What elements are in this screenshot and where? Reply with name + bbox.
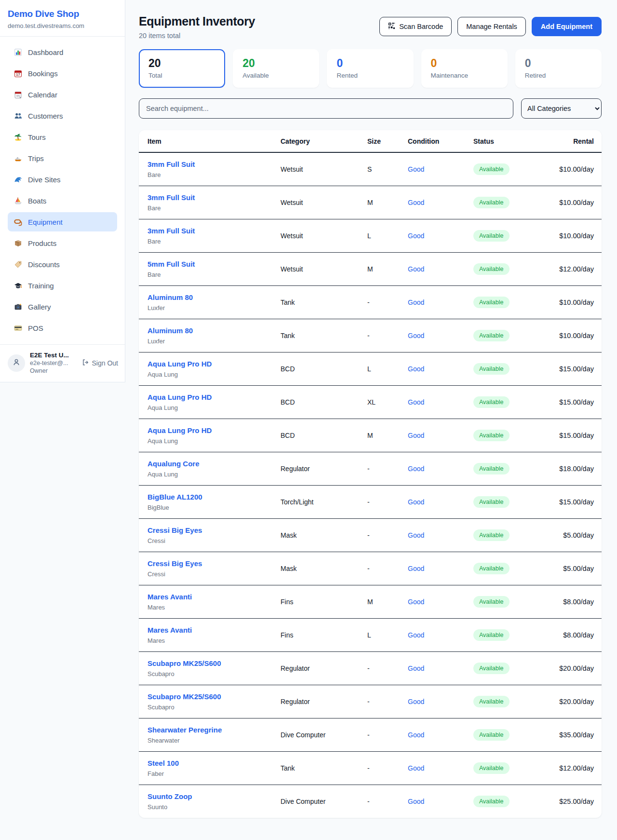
item-brand: Scubapro <box>148 670 281 677</box>
item-condition-link[interactable]: Good <box>408 365 424 373</box>
item-name-link[interactable]: 3mm Full Suit <box>148 227 195 235</box>
item-condition-link[interactable]: Good <box>408 199 424 206</box>
item-category: Mask <box>281 565 367 572</box>
stat-label: Maintenance <box>431 72 498 79</box>
sidebar-item-pos[interactable]: POS <box>8 318 117 338</box>
item-name-link[interactable]: Mares Avanti <box>148 626 192 634</box>
item-cell: 5mm Full Suit Bare <box>148 260 281 278</box>
item-name-link[interactable]: 5mm Full Suit <box>148 260 195 268</box>
item-name-link[interactable]: BigBlue AL1200 <box>148 493 202 501</box>
item-name-link[interactable]: Steel 100 <box>148 759 179 767</box>
trips-icon <box>13 154 22 163</box>
item-name-link[interactable]: Aluminum 80 <box>148 293 193 301</box>
item-rental: $10.00/day <box>555 232 594 240</box>
item-name-link[interactable]: 3mm Full Suit <box>148 160 195 168</box>
table-row: Scubapro MK25/S600 Scubapro Regulator - … <box>139 652 602 685</box>
item-name-link[interactable]: Aqua Lung Pro HD <box>148 426 212 434</box>
status-badge: Available <box>473 596 510 608</box>
item-size: - <box>367 664 408 672</box>
brand-name[interactable]: Demo Dive Shop <box>8 9 117 19</box>
item-name-link[interactable]: Cressi Big Eyes <box>148 559 202 568</box>
bookings-icon: 17 <box>13 69 22 78</box>
item-condition-link[interactable]: Good <box>408 631 424 639</box>
calendar-icon <box>13 90 22 99</box>
stat-card-maintenance[interactable]: 0 Maintenance <box>421 49 508 88</box>
scan-barcode-button[interactable]: Scan Barcode <box>379 17 452 36</box>
status-badge: Available <box>473 529 510 541</box>
item-condition-link[interactable]: Good <box>408 698 424 705</box>
item-category: Tank <box>281 332 367 339</box>
sidebar-item-gallery[interactable]: Gallery <box>8 297 117 316</box>
status-badge: Available <box>473 163 510 175</box>
barcode-icon <box>388 22 395 31</box>
item-condition-link[interactable]: Good <box>408 598 424 606</box>
customers-icon <box>13 111 22 120</box>
item-brand: Bare <box>148 238 281 245</box>
sidebar-user-panel: E2E Test U... e2e-tester@... Owner Sign … <box>0 344 125 382</box>
item-condition-link[interactable]: Good <box>408 432 424 439</box>
sidebar-item-dive-sites[interactable]: Dive Sites <box>8 170 117 189</box>
item-condition-link[interactable]: Good <box>408 465 424 473</box>
sidebar-item-label: Products <box>28 239 56 247</box>
status-badge: Available <box>473 696 510 707</box>
table-row: BigBlue AL1200 BigBlue Torch/Light - Goo… <box>139 486 602 519</box>
item-condition-link[interactable]: Good <box>408 265 424 273</box>
item-rental: $12.00/day <box>555 764 594 772</box>
item-condition-link[interactable]: Good <box>408 764 424 772</box>
sidebar-item-dashboard[interactable]: Dashboard <box>8 42 117 62</box>
sign-out-button[interactable]: Sign Out <box>82 359 118 367</box>
sidebar-item-boats[interactable]: Boats <box>8 191 117 210</box>
sidebar-item-label: Customers <box>28 112 63 120</box>
item-condition-link[interactable]: Good <box>408 798 424 805</box>
sidebar-item-trips[interactable]: Trips <box>8 149 117 168</box>
search-input[interactable] <box>139 98 513 119</box>
sidebar-item-calendar[interactable]: Calendar <box>8 85 117 104</box>
item-name-link[interactable]: Aqualung Core <box>148 460 200 468</box>
item-brand: Cressi <box>148 570 281 578</box>
item-condition-link[interactable]: Good <box>408 664 424 672</box>
item-name-link[interactable]: Suunto Zoop <box>148 792 192 800</box>
sidebar-item-training[interactable]: Training <box>8 276 117 295</box>
stat-card-available[interactable]: 20 Available <box>233 49 319 88</box>
status-badge: Available <box>473 463 510 474</box>
stat-card-rented[interactable]: 0 Rented <box>327 49 413 88</box>
item-name-link[interactable]: Aluminum 80 <box>148 326 193 335</box>
item-name-link[interactable]: Shearwater Peregrine <box>148 726 222 734</box>
manage-rentals-button[interactable]: Manage Rentals <box>457 17 526 36</box>
brand: Demo Dive Shop demo.test.divestreams.com <box>0 0 125 37</box>
item-condition-link[interactable]: Good <box>408 332 424 339</box>
table-row: Cressi Big Eyes Cressi Mask - Good Avail… <box>139 519 602 552</box>
sidebar-item-customers[interactable]: Customers <box>8 106 117 125</box>
item-name-link[interactable]: Scubapro MK25/S600 <box>148 692 221 701</box>
item-cell: 3mm Full Suit Bare <box>148 193 281 212</box>
item-condition-link[interactable]: Good <box>408 398 424 406</box>
item-name-link[interactable]: Cressi Big Eyes <box>148 526 202 534</box>
sidebar-item-bookings[interactable]: 17 Bookings <box>8 64 117 83</box>
item-condition-link[interactable]: Good <box>408 531 424 539</box>
item-rental: $8.00/day <box>555 631 594 639</box>
sidebar-item-products[interactable]: Products <box>8 233 117 253</box>
item-brand: Shearwater <box>148 737 281 744</box>
item-condition-link[interactable]: Good <box>408 165 424 173</box>
sidebar-item-discounts[interactable]: Discounts <box>8 255 117 274</box>
item-category: BCD <box>281 365 367 373</box>
add-equipment-button[interactable]: Add Equipment <box>532 17 602 36</box>
sidebar-item-tours[interactable]: Tours <box>8 127 117 147</box>
stat-card-total[interactable]: 20 Total <box>139 49 225 88</box>
item-name-link[interactable]: Mares Avanti <box>148 593 192 601</box>
item-condition-link[interactable]: Good <box>408 298 424 306</box>
item-size: - <box>367 731 408 739</box>
item-condition-link[interactable]: Good <box>408 565 424 572</box>
item-condition-link[interactable]: Good <box>408 731 424 739</box>
status-badge: Available <box>473 796 510 807</box>
sidebar-item-equipment[interactable]: Equipment <box>8 212 117 231</box>
item-condition-link[interactable]: Good <box>408 232 424 240</box>
filters-row: All Categories <box>139 98 602 119</box>
item-name-link[interactable]: Aqua Lung Pro HD <box>148 393 212 401</box>
category-select[interactable]: All Categories <box>521 98 602 119</box>
item-name-link[interactable]: 3mm Full Suit <box>148 193 195 202</box>
item-condition-link[interactable]: Good <box>408 498 424 506</box>
stat-card-retired[interactable]: 0 Retired <box>515 49 602 88</box>
item-name-link[interactable]: Scubapro MK25/S600 <box>148 659 221 667</box>
item-name-link[interactable]: Aqua Lung Pro HD <box>148 360 212 368</box>
